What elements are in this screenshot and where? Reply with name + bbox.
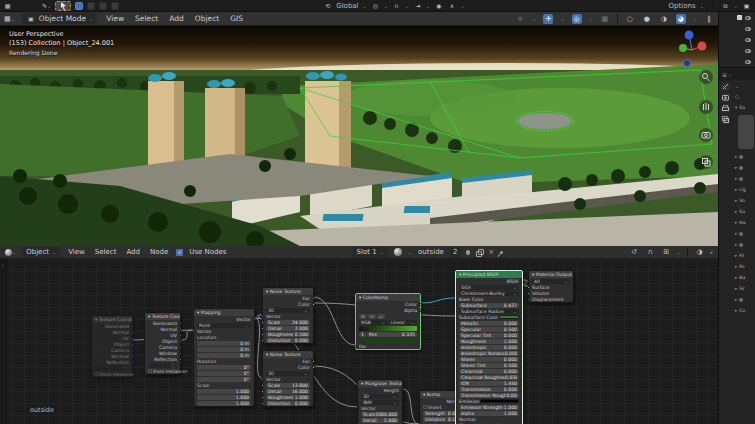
properties-panel[interactable]: ▸ — [732, 151, 755, 162]
menu-gis[interactable]: GIS — [228, 14, 245, 23]
outliner-row[interactable] — [719, 23, 755, 34]
socket[interactable] — [455, 412, 457, 415]
node-header[interactable]: ▾ Noise Texture — [263, 351, 313, 358]
show-gizmo-icon[interactable]: ⌾ — [515, 14, 525, 24]
outliner-row[interactable] — [719, 56, 755, 67]
options-button[interactable]: Options — [669, 2, 696, 10]
socket[interactable] — [261, 321, 264, 324]
new-material-icon[interactable] — [476, 249, 482, 255]
shader-type-dropdown[interactable]: Object⌄ — [22, 247, 60, 258]
pause-render-icon[interactable]: ‖ — [704, 14, 714, 24]
slot-dropdown[interactable]: Slot 1⌄ — [353, 247, 388, 258]
node-row[interactable]: From Instancer — [145, 368, 180, 374]
properties-panel[interactable]: ▸Co — [732, 305, 755, 316]
socket[interactable] — [419, 309, 422, 312]
socket[interactable] — [179, 352, 182, 355]
socket[interactable] — [312, 366, 315, 369]
socket[interactable] — [455, 346, 457, 349]
outliner-row[interactable]: ✓ — [719, 12, 755, 23]
outliner-row[interactable] — [719, 45, 755, 56]
socket[interactable] — [455, 340, 457, 343]
menu-select[interactable]: Select — [133, 14, 160, 23]
ne-menu-add[interactable]: Add — [124, 248, 142, 256]
properties-panel[interactable]: ▸Ba — [732, 272, 755, 283]
node-texture-coordinate[interactable]: ▾ Texture CoordinateGeneratedNormalUVObj… — [91, 315, 133, 378]
node-row[interactable]: Distortion0.000 — [263, 400, 313, 406]
node-colorramp[interactable]: ▾ ColorRampColorAlpha+−⌄RGB⌄Linear⌄1Pos0… — [355, 293, 421, 350]
annotate-tool-icon[interactable]: ✎⌄ — [42, 1, 51, 10]
menu-object[interactable]: Object — [193, 14, 221, 23]
properties-panel[interactable]: ▸Po — [732, 261, 755, 272]
node-canvas[interactable]: ▾ Texture CoordinateGeneratedNormalUVObj… — [0, 259, 718, 424]
node-header[interactable]: ▾ Material Output — [529, 271, 573, 278]
socket[interactable] — [419, 303, 422, 306]
socket[interactable] — [455, 364, 457, 367]
socket[interactable] — [455, 322, 457, 325]
socket[interactable] — [312, 303, 315, 306]
socket[interactable] — [261, 327, 264, 330]
properties-panel[interactable]: ▸ — [732, 173, 755, 184]
active-tool-select-box[interactable] — [55, 1, 71, 11]
properties-panel[interactable]: ▸Vo — [732, 195, 755, 206]
properties-panel[interactable]: ▸ — [732, 162, 755, 173]
ne-snap-magnet-icon[interactable]: ∩ — [645, 247, 655, 257]
socket[interactable] — [455, 334, 457, 337]
socket[interactable] — [455, 358, 457, 361]
sidebar-toggle-icon[interactable]: ▸ — [710, 249, 713, 255]
socket[interactable] — [179, 322, 182, 325]
socket[interactable] — [455, 352, 457, 355]
ne-menu-select[interactable]: Select — [93, 248, 119, 256]
xray-toggle-icon[interactable]: ▩ — [600, 14, 610, 24]
unlink-icon[interactable]: × — [488, 248, 494, 256]
shading-material-icon[interactable]: ◑ — [659, 14, 669, 24]
socket[interactable] — [261, 339, 264, 342]
properties-panel[interactable]: ▸ — [732, 239, 755, 250]
editor-type-3d-icon[interactable]: ▦⌄ — [4, 14, 15, 24]
socket[interactable] — [179, 346, 182, 349]
socket[interactable] — [455, 418, 457, 421]
socket[interactable] — [455, 328, 457, 331]
shading-rendered-icon[interactable]: ◕ — [676, 14, 686, 24]
properties-panel[interactable]: ▸Ha — [732, 217, 755, 228]
view-layer-icon[interactable]: ▣ — [742, 1, 751, 10]
socket[interactable] — [261, 384, 264, 387]
socket[interactable] — [179, 328, 182, 331]
node-header[interactable]: ▾ Texture Coordinate — [92, 316, 132, 323]
node-header[interactable]: ▾ Noise Texture — [263, 288, 313, 295]
socket[interactable] — [455, 382, 457, 385]
properties-panel[interactable]: ▸ — [732, 294, 755, 305]
material-icon[interactable] — [394, 248, 402, 256]
socket[interactable] — [527, 286, 530, 289]
socket[interactable] — [455, 388, 457, 391]
socket[interactable] — [527, 298, 530, 301]
select-mode-intersect-icon[interactable] — [111, 2, 119, 10]
mode-dropdown[interactable]: ▣ Object Mode⌄ — [22, 13, 97, 24]
socket[interactable] — [455, 376, 457, 379]
properties-tab-view-layer-icon[interactable] — [721, 115, 730, 124]
node-header[interactable]: ▾ Principled BSDF — [456, 271, 522, 278]
value-slider[interactable] — [738, 115, 754, 149]
overlays-toggle-icon[interactable]: ◎ — [572, 14, 582, 24]
checkbox-icon[interactable]: ✓ — [737, 15, 742, 20]
properties-tab-output-icon[interactable] — [721, 104, 730, 113]
snap-arrow-icon[interactable]: ↺ — [629, 247, 639, 257]
node-principled-bsdf[interactable]: ▾ Principled BSDFBSDFGGX⌄Christensen-Bur… — [455, 270, 523, 424]
shading-solid-icon[interactable]: ● — [642, 14, 652, 24]
falloff-curve-icon[interactable]: ∧ — [447, 1, 456, 10]
select-mode-extend-icon[interactable] — [87, 2, 95, 10]
orientation-icon[interactable]: ⟲ — [323, 1, 332, 10]
socket[interactable] — [357, 407, 359, 410]
proportional-editing-icon[interactable]: ◉ — [434, 1, 443, 10]
socket[interactable] — [455, 400, 457, 403]
properties-tab-tool-icon[interactable] — [721, 82, 730, 91]
snap-target-icon[interactable]: ⊞ — [661, 247, 671, 257]
editor-type-shader-icon[interactable]: ⌄ — [5, 247, 16, 257]
socket[interactable] — [253, 318, 256, 321]
node-mapping[interactable]: ▾ MappingVectorPoint⌄VectorLocation0 m0 … — [193, 308, 255, 407]
fake-user-shield-icon[interactable] — [466, 250, 470, 255]
socket[interactable] — [179, 340, 182, 343]
material-name[interactable]: outside — [418, 248, 444, 256]
node-row[interactable]: From Instancer — [92, 371, 132, 377]
node-header[interactable]: ▾ ColorRamp — [356, 294, 420, 301]
eye-icon[interactable] — [745, 27, 751, 31]
